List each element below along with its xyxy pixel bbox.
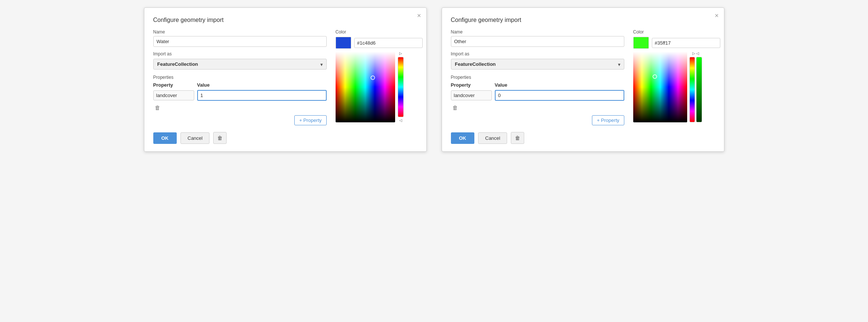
hue-bar-1[interactable] — [398, 57, 404, 117]
color-swatch-2[interactable] — [633, 37, 649, 49]
color-gradient-1[interactable] — [336, 52, 395, 122]
add-property-btn-1[interactable]: + Property — [294, 115, 326, 125]
hue-arrow-right-2[interactable]: ▷ — [692, 52, 695, 55]
color-swatch-1[interactable] — [336, 37, 351, 49]
value-input-2[interactable] — [495, 90, 624, 101]
color-hex-input-1[interactable] — [354, 38, 423, 48]
hue-arrow-up-1[interactable]: ▷ — [399, 52, 402, 55]
picker-cursor-1 — [371, 75, 375, 80]
ok-button-1[interactable]: OK — [153, 132, 177, 144]
import-as-btn-2[interactable]: FeatureCollection — [451, 59, 624, 70]
close-button-1[interactable]: × — [417, 12, 421, 19]
color-label-1: Color — [336, 29, 417, 35]
dialog-2: × Configure geometry import Name Import … — [442, 7, 724, 152]
dialog-1: × Configure geometry import Name Import … — [144, 7, 427, 152]
hue-bar-2[interactable] — [689, 57, 695, 122]
hue-arrow-down-1[interactable]: ◁ — [399, 119, 402, 122]
value-input-1[interactable] — [197, 90, 327, 101]
picker-cursor-2 — [653, 74, 657, 79]
delete-dialog-btn-1[interactable]: 🗑 — [213, 132, 227, 144]
color-gradient-2[interactable] — [633, 52, 687, 122]
properties-label-2: Properties — [451, 75, 624, 80]
properties-label-1: Properties — [153, 75, 327, 80]
name-label-2: Name — [451, 29, 624, 35]
dialog-title-2: Configure geometry import — [451, 17, 715, 23]
delete-property-btn-2[interactable]: 🗑 — [451, 104, 459, 112]
import-as-label-2: Import as — [451, 51, 624, 57]
delete-property-btn-1[interactable]: 🗑 — [153, 104, 162, 112]
import-as-btn-1[interactable]: FeatureCollection — [153, 59, 327, 70]
prop-col-header-1: Property — [153, 82, 194, 88]
ok-button-2[interactable]: OK — [451, 132, 475, 144]
import-as-select-2[interactable]: FeatureCollection ▾ — [451, 59, 624, 70]
val-col-header-2: Value — [495, 82, 624, 88]
color-label-2: Color — [633, 29, 715, 35]
property-row-2 — [451, 90, 624, 101]
val-col-header-1: Value — [197, 82, 327, 88]
prop-col-header-2: Property — [451, 82, 492, 88]
delete-dialog-btn-2[interactable]: 🗑 — [511, 132, 524, 144]
cancel-button-2[interactable]: Cancel — [478, 132, 507, 144]
brightness-bar-2[interactable] — [696, 57, 702, 122]
name-input-1[interactable] — [153, 36, 327, 47]
close-button-2[interactable]: × — [715, 12, 719, 19]
add-property-btn-2[interactable]: + Property — [592, 115, 624, 125]
dialog-title-1: Configure geometry import — [153, 17, 417, 23]
hue-arrow-left-2[interactable]: ◁ — [696, 52, 699, 55]
cancel-button-1[interactable]: Cancel — [180, 132, 209, 144]
name-label-1: Name — [153, 29, 327, 35]
name-input-2[interactable] — [451, 36, 624, 47]
property-row-1 — [153, 90, 327, 101]
import-as-select-1[interactable]: FeatureCollection ▾ — [153, 59, 327, 70]
property-input-2[interactable] — [451, 90, 492, 100]
import-as-label-1: Import as — [153, 51, 327, 57]
property-input-1[interactable] — [153, 90, 194, 100]
color-hex-input-2[interactable] — [652, 38, 720, 48]
